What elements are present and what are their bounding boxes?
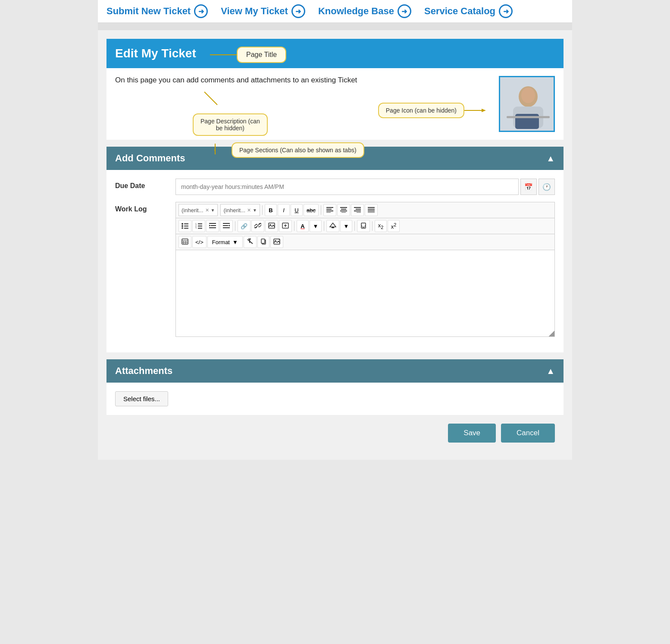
svg-line-46 <box>255 223 261 228</box>
svg-point-26 <box>182 223 183 225</box>
due-date-input[interactable] <box>175 179 519 195</box>
bold-icon: B <box>269 207 272 214</box>
nav-submit-new-ticket-icon: ➜ <box>194 4 208 18</box>
font-family-arrow[interactable]: ▼ <box>211 208 215 213</box>
work-log-control: (inherit... ✕ ▼ (inherit... ✕ ▼ <box>175 202 555 337</box>
font-color-arrow[interactable]: ▼ <box>310 220 322 232</box>
font-size-clear[interactable]: ✕ <box>247 207 251 213</box>
save-button[interactable]: Save <box>448 424 496 443</box>
align-center-button[interactable] <box>337 204 350 216</box>
insert-button[interactable] <box>279 220 292 232</box>
nav-knowledge-base-label: Knowledge Base <box>318 6 394 17</box>
svg-marker-52 <box>330 223 336 227</box>
svg-rect-5 <box>507 116 550 118</box>
outdent-button[interactable] <box>220 220 233 232</box>
superscript-icon: x2 <box>391 222 397 230</box>
font-color-icon: A <box>301 223 304 229</box>
page-header-wrapper: Edit My Ticket Page Title <box>106 39 564 68</box>
unordered-list-button[interactable] <box>178 220 191 232</box>
code-button[interactable]: </> <box>192 236 207 248</box>
highlight-button[interactable] <box>326 220 339 232</box>
underline-button[interactable]: U <box>291 204 303 216</box>
select-files-button[interactable]: Select files... <box>115 391 168 406</box>
svg-rect-53 <box>332 227 334 228</box>
subscript-button[interactable]: x2 <box>375 220 387 232</box>
rte-body[interactable] <box>176 250 554 336</box>
form-area: Due Date 📅 🕐 Work Log <box>106 170 564 352</box>
font-size-arrow[interactable]: ▼ <box>253 208 257 213</box>
toolbar-divider-4 <box>294 221 294 231</box>
due-date-row: Due Date 📅 🕐 <box>115 179 555 195</box>
nav-view-my-ticket[interactable]: View My Ticket ➜ <box>221 4 305 18</box>
unordered-list-icon <box>182 223 188 230</box>
attachments-section: Attachments ▲ Select files... <box>106 359 564 415</box>
clock-button[interactable]: 🕐 <box>539 179 555 195</box>
due-date-label: Due Date <box>115 179 167 190</box>
highlight-dropdown-icon: ▼ <box>344 223 349 229</box>
nav-service-catalog[interactable]: Service Catalog ➜ <box>424 4 513 18</box>
page-description-area: On this page you can add comments and at… <box>106 68 564 140</box>
align-center-icon <box>340 207 347 214</box>
attachments-body: Select files... <box>106 383 564 415</box>
svg-text:3.: 3. <box>195 227 197 229</box>
page-title-callout: Page Title <box>237 47 286 63</box>
rich-text-editor: (inherit... ✕ ▼ (inherit... ✕ ▼ <box>175 202 555 337</box>
print-button[interactable] <box>357 220 370 232</box>
icon-arrow <box>464 106 486 115</box>
main-container: Edit My Ticket Page Title On this page y… <box>98 30 572 460</box>
code-icon: </> <box>195 239 204 245</box>
svg-marker-41 <box>209 225 211 226</box>
strikethrough-button[interactable]: abc <box>304 204 319 216</box>
font-size-select[interactable]: (inherit... ✕ ▼ <box>220 204 260 216</box>
action-buttons: Save Cancel <box>106 415 564 451</box>
unlink-button[interactable] <box>251 220 264 232</box>
rte-resize-handle[interactable] <box>548 330 554 336</box>
font-color-dropdown-icon: ▼ <box>313 223 319 229</box>
calendar-button[interactable]: 📅 <box>520 179 537 195</box>
nav-knowledge-base[interactable]: Knowledge Base ➜ <box>318 4 411 18</box>
font-family-select[interactable]: (inherit... ✕ ▼ <box>178 204 218 216</box>
add-comments-wrapper: Add Comments ▲ Page Sections (Can also b… <box>106 147 564 170</box>
ordered-list-button[interactable]: 1.2.3. <box>192 220 205 232</box>
rte-toolbar-row2: 1.2.3. <box>176 218 554 234</box>
indent-button[interactable] <box>206 220 219 232</box>
cancel-button[interactable]: Cancel <box>501 424 555 443</box>
paste-image-button[interactable] <box>270 236 283 248</box>
font-family-clear[interactable]: ✕ <box>205 207 209 213</box>
svg-marker-45 <box>228 225 230 226</box>
attachments-chevron[interactable]: ▲ <box>546 366 555 376</box>
bold-button[interactable]: B <box>265 204 277 216</box>
indent-icon <box>209 223 216 230</box>
clock-icon: 🕐 <box>542 183 551 191</box>
remove-format-button[interactable] <box>244 236 257 248</box>
sections-annotation: Page Sections (Can also be shown as tabs… <box>214 142 364 158</box>
toolbar-divider-6 <box>354 221 355 231</box>
align-justify-button[interactable] <box>365 204 378 216</box>
add-comments-chevron[interactable]: ▲ <box>546 154 555 163</box>
page-title-annotation: Page Title <box>210 47 286 63</box>
work-log-row: Work Log (inherit... ✕ ▼ (inherit... <box>115 202 555 337</box>
image-button[interactable] <box>265 220 278 232</box>
nav-submit-new-ticket-label: Submit New Ticket <box>106 6 191 17</box>
due-date-control: 📅 🕐 <box>175 179 555 195</box>
nav-submit-new-ticket[interactable]: Submit New Ticket ➜ <box>106 4 208 18</box>
italic-button[interactable]: I <box>278 204 290 216</box>
link-icon: 🔗 <box>241 223 247 229</box>
format-button[interactable]: Format ▼ <box>207 236 243 248</box>
highlight-arrow[interactable]: ▼ <box>340 220 352 232</box>
superscript-button[interactable]: x2 <box>388 220 400 232</box>
gray-separator <box>98 23 572 30</box>
table-button[interactable] <box>178 236 191 248</box>
insert-icon <box>282 223 289 230</box>
svg-marker-8 <box>482 109 486 112</box>
toolbar-divider-1 <box>262 205 263 215</box>
font-color-button[interactable]: A <box>297 220 309 232</box>
align-left-button[interactable] <box>323 204 336 216</box>
underline-icon: U <box>294 207 298 214</box>
align-right-button[interactable] <box>351 204 364 216</box>
nav-knowledge-base-icon: ➜ <box>398 4 411 18</box>
paste-button[interactable] <box>257 236 269 248</box>
icon-callout: Page Icon (can be hidden) <box>378 103 464 118</box>
highlight-icon <box>329 223 336 230</box>
link-button[interactable]: 🔗 <box>238 220 250 232</box>
